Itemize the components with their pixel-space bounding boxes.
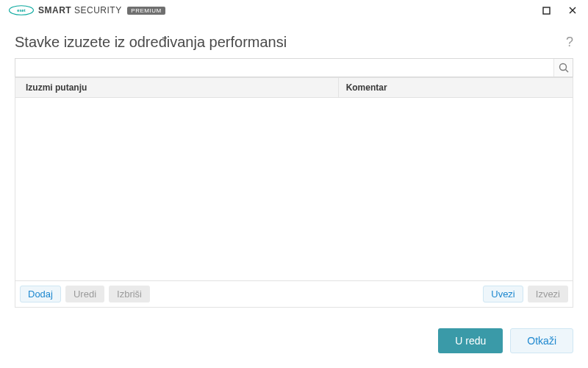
edit-button: Uredi xyxy=(65,286,104,302)
page-header: Stavke izuzete iz određivanja performans… xyxy=(0,21,588,58)
table-body[interactable] xyxy=(15,98,573,280)
table-header: Izuzmi putanju Komentar xyxy=(15,77,573,98)
col-header-path[interactable]: Izuzmi putanju xyxy=(15,78,339,97)
ok-button[interactable]: U redu xyxy=(438,328,503,353)
dialog-footer: U redu Otkaži xyxy=(0,318,588,368)
search-input[interactable] xyxy=(15,59,553,77)
exclusions-table: Izuzmi putanju Komentar xyxy=(15,77,573,281)
import-button[interactable]: Uvezi xyxy=(483,286,523,302)
page-title: Stavke izuzete iz određivanja performans… xyxy=(15,34,287,51)
svg-rect-2 xyxy=(543,7,550,14)
table-actions: Dodaj Uredi Izbriši Uvezi Izvezi xyxy=(15,281,573,308)
eset-logo-icon: eset xyxy=(9,5,34,15)
premium-badge: PREMIUM xyxy=(127,7,165,15)
window-controls xyxy=(537,3,582,18)
add-button[interactable]: Dodaj xyxy=(20,286,61,302)
close-icon xyxy=(568,6,577,15)
close-button[interactable] xyxy=(563,3,582,18)
maximize-icon xyxy=(542,7,551,15)
col-header-comment[interactable]: Komentar xyxy=(339,82,573,93)
export-button[interactable]: Izvezi xyxy=(528,286,568,302)
search-bar xyxy=(15,58,573,77)
search-icon xyxy=(559,63,569,73)
svg-text:eset: eset xyxy=(17,8,25,13)
product-name: SMART SECURITY PREMIUM xyxy=(38,5,165,15)
cancel-button[interactable]: Otkaži xyxy=(510,328,573,353)
product-logo: eset SMART SECURITY PREMIUM xyxy=(9,5,165,15)
delete-button: Izbriši xyxy=(109,286,150,302)
search-button[interactable] xyxy=(553,59,573,77)
titlebar: eset SMART SECURITY PREMIUM xyxy=(0,0,588,21)
maximize-button[interactable] xyxy=(537,3,556,18)
svg-point-3 xyxy=(559,64,566,71)
help-button[interactable]: ? xyxy=(566,35,573,50)
content-area: Izuzmi putanju Komentar Dodaj Uredi Izbr… xyxy=(0,58,588,308)
